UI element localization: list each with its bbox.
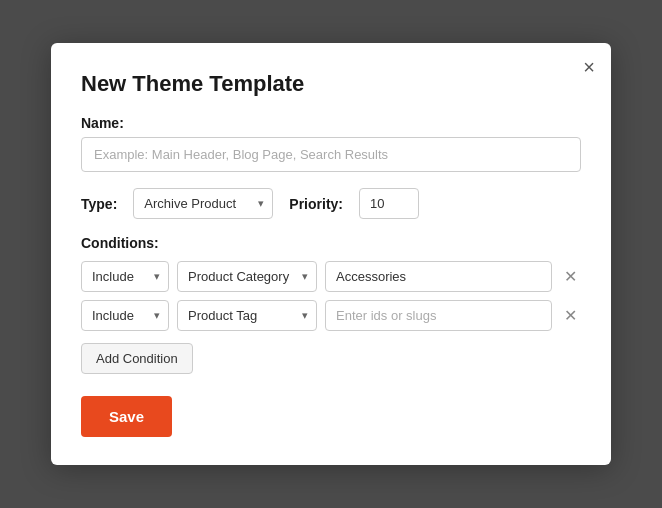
include-select-1[interactable]: Include Exclude — [81, 261, 169, 292]
condition-type-select-1[interactable]: Product Category Product Tag Product — [177, 261, 317, 292]
condition-type-select-2[interactable]: Product Category Product Tag Product — [177, 300, 317, 331]
remove-condition-button-2[interactable]: ✕ — [560, 306, 581, 326]
modal-title: New Theme Template — [81, 71, 581, 97]
include-select-2[interactable]: Include Exclude — [81, 300, 169, 331]
close-button[interactable]: × — [583, 57, 595, 77]
conditions-label: Conditions: — [81, 235, 581, 251]
type-select[interactable]: Archive Product Single Product Blog Page… — [133, 188, 273, 219]
condition-row: Include Exclude ▾ Product Category Produ… — [81, 261, 581, 292]
modal-dialog: × New Theme Template Name: Type: Archive… — [51, 43, 611, 465]
type-select-wrapper-1: Product Category Product Tag Product ▾ — [177, 261, 317, 292]
name-label: Name: — [81, 115, 581, 131]
add-condition-button[interactable]: Add Condition — [81, 343, 193, 374]
condition-text-input-1[interactable] — [325, 261, 552, 292]
save-button[interactable]: Save — [81, 396, 172, 437]
type-select-wrapper-2: Product Category Product Tag Product ▾ — [177, 300, 317, 331]
include-select-wrapper-2: Include Exclude ▾ — [81, 300, 169, 331]
condition-text-input-2[interactable] — [325, 300, 552, 331]
type-label: Type: — [81, 196, 117, 212]
priority-input[interactable] — [359, 188, 419, 219]
name-input[interactable] — [81, 137, 581, 172]
priority-label: Priority: — [289, 196, 343, 212]
condition-row-2: Include Exclude ▾ Product Category Produ… — [81, 300, 581, 331]
remove-condition-button-1[interactable]: ✕ — [560, 267, 581, 287]
type-select-wrapper: Archive Product Single Product Blog Page… — [133, 188, 273, 219]
include-select-wrapper-1: Include Exclude ▾ — [81, 261, 169, 292]
